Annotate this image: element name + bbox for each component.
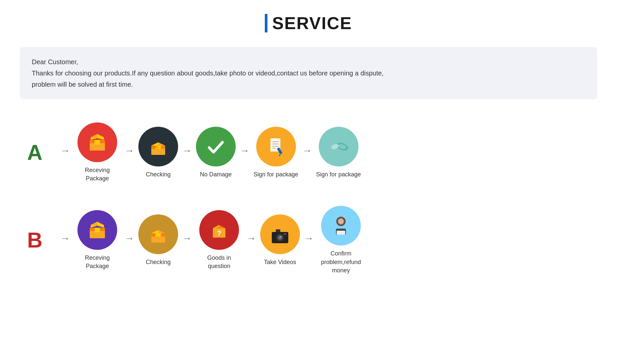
step-b4: Take Videos bbox=[260, 214, 300, 266]
svg-marker-33 bbox=[158, 230, 165, 233]
icon-a1-receiving bbox=[77, 122, 117, 162]
svg-rect-3 bbox=[95, 143, 100, 145]
icon-b3-question: ? bbox=[199, 210, 239, 250]
icon-b2-checking bbox=[138, 214, 178, 254]
svg-rect-25 bbox=[95, 228, 100, 231]
step-b3: ? Goods in question bbox=[196, 210, 242, 270]
label-b1: Receving Package bbox=[74, 254, 120, 270]
svg-point-49 bbox=[338, 219, 344, 224]
row-b-section: B → Receving Package → bbox=[20, 199, 597, 275]
info-line1: Dear Customer, bbox=[32, 56, 585, 68]
info-box: Dear Customer, Thanks for choosing our p… bbox=[20, 47, 597, 99]
label-a4: Sign for package bbox=[254, 170, 298, 179]
step-a1: Receving Package bbox=[74, 122, 120, 183]
icon-a4-sign bbox=[256, 127, 296, 166]
icon-b4-camera bbox=[260, 214, 300, 254]
row-a-section: A → Receving Package bbox=[20, 116, 597, 183]
svg-marker-28 bbox=[91, 222, 97, 226]
arrow-a2: → bbox=[182, 145, 192, 156]
step-a2: Checking bbox=[138, 127, 178, 179]
label-a2: Checking bbox=[146, 170, 170, 179]
svg-rect-42 bbox=[276, 229, 280, 232]
icon-b5-person bbox=[321, 206, 361, 246]
arrow-a3: → bbox=[240, 145, 250, 156]
label-a1: Receving Package bbox=[74, 166, 120, 183]
svg-marker-18 bbox=[279, 154, 281, 156]
step-a5: Sign for package bbox=[316, 127, 361, 179]
svg-marker-10 bbox=[158, 142, 165, 146]
svg-rect-2 bbox=[95, 140, 100, 143]
svg-point-44 bbox=[280, 236, 282, 237]
step-a4: Sign for package bbox=[254, 127, 298, 179]
arrow-a0: → bbox=[60, 145, 70, 156]
arrow-b0: → bbox=[60, 233, 70, 244]
arrow-b3: → bbox=[246, 233, 256, 244]
letter-b-item: B bbox=[20, 228, 53, 252]
letter-a: A bbox=[20, 140, 50, 165]
step-b2: Checking bbox=[138, 214, 178, 266]
label-b4: Take Videos bbox=[264, 258, 296, 266]
arrow-b1: → bbox=[124, 233, 134, 244]
icon-a2-checking bbox=[138, 127, 178, 166]
arrow-b2: → bbox=[182, 233, 192, 244]
row-a-flow: A → Receving Package bbox=[20, 116, 597, 183]
page: SERVICE Dear Customer, Thanks for choosi… bbox=[0, 0, 617, 364]
arrow-a1: → bbox=[124, 145, 134, 156]
label-b2: Checking bbox=[146, 258, 170, 266]
row-b-flow: B → Receving Package → bbox=[20, 199, 597, 275]
icon-a5-handshake bbox=[319, 127, 358, 166]
svg-marker-5 bbox=[91, 134, 97, 138]
title-section: SERVICE bbox=[20, 13, 597, 34]
svg-marker-32 bbox=[151, 230, 158, 233]
svg-marker-9 bbox=[151, 142, 158, 146]
letter-b: B bbox=[20, 228, 50, 252]
svg-text:?: ? bbox=[217, 229, 221, 237]
title-bar-icon bbox=[265, 14, 267, 32]
label-a3: No Damage bbox=[200, 170, 232, 179]
svg-rect-31 bbox=[156, 233, 161, 237]
icon-a3-nodamage bbox=[196, 127, 236, 166]
step-b5: Confirm problem,refund money bbox=[318, 206, 364, 275]
step-b1: Receving Package bbox=[74, 210, 120, 270]
label-b3: Goods in question bbox=[196, 254, 242, 270]
page-title: SERVICE bbox=[265, 13, 352, 33]
step-a3: No Damage bbox=[196, 127, 236, 179]
arrow-b4: → bbox=[304, 233, 314, 244]
info-line2: Thanks for choosing our products.If any … bbox=[32, 68, 585, 90]
svg-rect-43 bbox=[284, 233, 286, 235]
title-text: SERVICE bbox=[272, 13, 352, 33]
svg-rect-26 bbox=[95, 231, 100, 232]
label-a5: Sign for package bbox=[316, 170, 361, 179]
label-b5: Confirm problem,refund money bbox=[318, 250, 364, 275]
svg-rect-48 bbox=[337, 231, 345, 235]
icon-b1-receiving bbox=[77, 210, 117, 250]
letter-a-item: A bbox=[20, 140, 53, 165]
arrow-a4: → bbox=[302, 145, 312, 156]
